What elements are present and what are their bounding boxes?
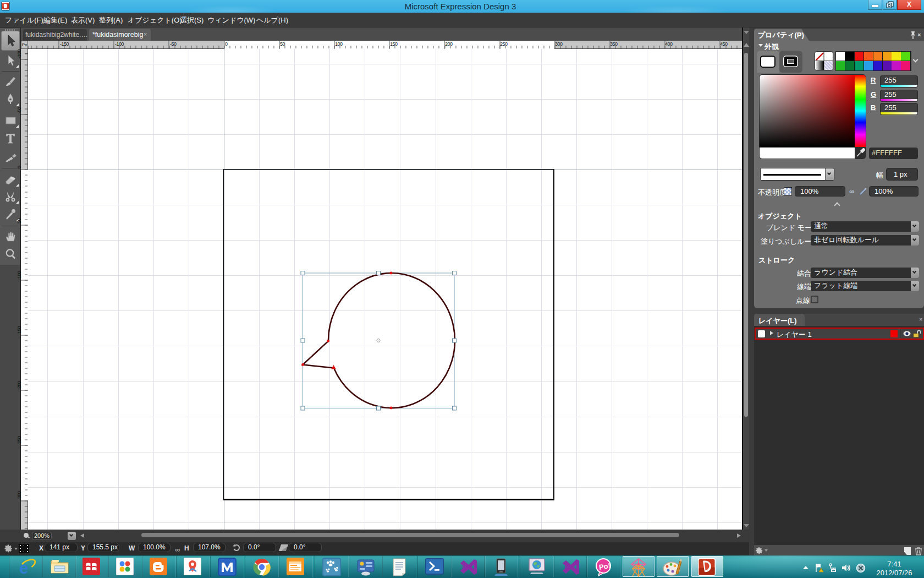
svg-text:!: ! — [821, 568, 822, 572]
svg-text:Po!: Po! — [598, 561, 611, 571]
svg-text:e: e — [19, 559, 29, 577]
